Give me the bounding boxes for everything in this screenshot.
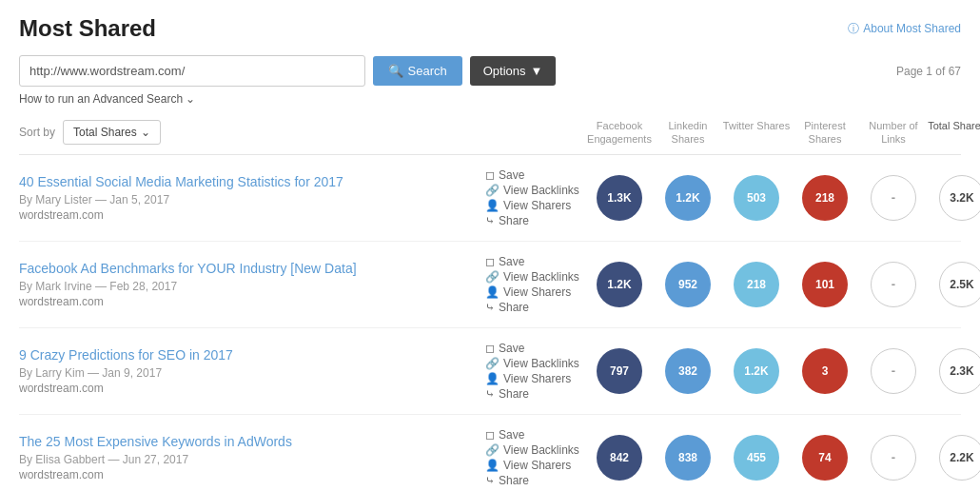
sharers-icon: 👤 [485,459,500,472]
article-domain: wordstream.com [19,468,485,481]
article-stats: 1.2K 952 218 101 - 2.5K [585,262,980,307]
article-meta: By Mark Irvine — Feb 28, 2017 [19,280,485,293]
twitter-stat: 455 [722,435,791,481]
sharers-action[interactable]: 👤 View Sharers [485,459,585,472]
search-icon: 🔍 [388,64,403,78]
article-meta: By Mary Lister — Jan 5, 2017 [19,193,485,206]
save-icon: ◻ [485,255,495,268]
options-button[interactable]: Options ▼ [470,56,557,86]
save-action[interactable]: ◻ Save [485,342,585,355]
article-stats: 1.3K 1.2K 503 218 - 3.2K [585,175,980,221]
article-title[interactable]: Facebook Ad Benchmarks for YOUR Industry… [19,260,485,277]
column-header-total: Total Shares ↓ [928,119,980,147]
twitter-stat: 503 [722,175,791,221]
search-input[interactable] [19,55,365,87]
linkedin-stat: 838 [654,435,722,481]
column-header-links: Number of Links [859,119,928,147]
sharers-icon: 👤 [485,285,500,299]
pinterest-stat: 3 [791,348,859,394]
article-info: 40 Essential Social Media Marketing Stat… [19,173,485,222]
article-meta: By Larry Kim — Jan 9, 2017 [19,366,485,380]
linkedin-stat: 952 [654,262,722,307]
article-info: 9 Crazy Predictions for SEO in 2017 By L… [19,346,485,395]
save-action[interactable]: ◻ Save [485,428,585,442]
chevron-down-icon: ▼ [531,64,543,78]
column-header-facebook: Facebook Engagements [585,119,654,147]
article-actions: ◻ Save 🔗 View Backlinks 👤 View Sharers ⤷… [485,428,585,487]
pinterest-stat: 74 [791,435,859,481]
sharers-icon: 👤 [485,372,500,385]
article-actions: ◻ Save 🔗 View Backlinks 👤 View Sharers ⤷… [485,168,585,227]
chevron-down-icon: ⌄ [141,126,150,139]
sharers-action[interactable]: 👤 View Sharers [485,199,585,212]
total-stat: 3.2K [928,175,980,221]
article-meta: By Elisa Gabbert — Jun 27, 2017 [19,453,485,466]
backlinks-icon: 🔗 [485,184,500,197]
article-title[interactable]: 40 Essential Social Media Marketing Stat… [19,173,485,190]
links-stat: - [859,435,928,481]
total-stat: 2.3K [928,348,980,394]
facebook-stat: 842 [585,435,654,481]
twitter-stat: 218 [722,262,791,307]
linkedin-stat: 382 [654,348,722,394]
backlinks-action[interactable]: 🔗 View Backlinks [485,270,585,284]
save-icon: ◻ [485,428,495,442]
share-icon: ⤷ [485,214,495,227]
facebook-stat: 1.3K [585,175,654,221]
column-header-pinterest: Pinterest Shares [791,119,859,147]
linkedin-stat: 1.2K [654,175,722,221]
info-icon: ⓘ [848,21,859,37]
chevron-down-icon: ⌄ [186,92,195,106]
backlinks-action[interactable]: 🔗 View Backlinks [485,357,585,370]
share-action[interactable]: ⤷ Share [485,387,585,401]
facebook-stat: 797 [585,348,654,394]
share-action[interactable]: ⤷ Share [485,214,585,227]
article-domain: wordstream.com [19,208,485,222]
sort-label: Sort by [19,126,55,139]
save-icon: ◻ [485,168,495,182]
backlinks-icon: 🔗 [485,443,500,457]
table-row: 9 Crazy Predictions for SEO in 2017 By L… [19,328,961,415]
facebook-stat: 1.2K [585,262,654,307]
total-stat: 2.5K [928,262,980,307]
links-stat: - [859,175,928,221]
save-action[interactable]: ◻ Save [485,168,585,182]
article-info: The 25 Most Expensive Keywords in AdWord… [19,433,485,481]
column-header-twitter: Twitter Shares [722,119,791,147]
article-info: Facebook Ad Benchmarks for YOUR Industry… [19,260,485,308]
sharers-action[interactable]: 👤 View Sharers [485,372,585,385]
sharers-icon: 👤 [485,199,500,212]
total-stat: 2.2K [928,435,980,481]
table-row: The 25 Most Expensive Keywords in AdWord… [19,415,961,491]
twitter-stat: 1.2K [722,348,791,394]
column-header-linkedin: Linkedin Shares [654,119,722,147]
pinterest-stat: 218 [791,175,859,221]
article-actions: ◻ Save 🔗 View Backlinks 👤 View Sharers ⤷… [485,342,585,401]
article-title[interactable]: 9 Crazy Predictions for SEO in 2017 [19,346,485,363]
about-link[interactable]: ⓘ About Most Shared [848,21,961,37]
article-domain: wordstream.com [19,382,485,395]
backlinks-icon: 🔗 [485,357,500,370]
backlinks-action[interactable]: 🔗 View Backlinks [485,184,585,197]
backlinks-action[interactable]: 🔗 View Backlinks [485,443,585,457]
share-icon: ⤷ [485,301,495,314]
pinterest-stat: 101 [791,262,859,307]
advanced-search-link[interactable]: How to run an Advanced Search ⌄ [19,92,961,106]
links-stat: - [859,262,928,307]
search-button[interactable]: 🔍 Search [373,56,462,86]
article-domain: wordstream.com [19,295,485,308]
share-icon: ⤷ [485,474,495,487]
save-action[interactable]: ◻ Save [485,255,585,268]
page-title: Most Shared [19,15,156,42]
sort-button[interactable]: Total Shares ⌄ [63,120,161,145]
sharers-action[interactable]: 👤 View Sharers [485,285,585,299]
article-stats: 842 838 455 74 - 2.2K [585,435,980,481]
save-icon: ◻ [485,342,495,355]
table-row: 40 Essential Social Media Marketing Stat… [19,155,961,242]
table-row: Facebook Ad Benchmarks for YOUR Industry… [19,242,961,328]
share-action[interactable]: ⤷ Share [485,301,585,314]
share-action[interactable]: ⤷ Share [485,474,585,487]
links-stat: - [859,348,928,394]
article-title[interactable]: The 25 Most Expensive Keywords in AdWord… [19,433,485,450]
article-stats: 797 382 1.2K 3 - 2.3K [585,348,980,394]
